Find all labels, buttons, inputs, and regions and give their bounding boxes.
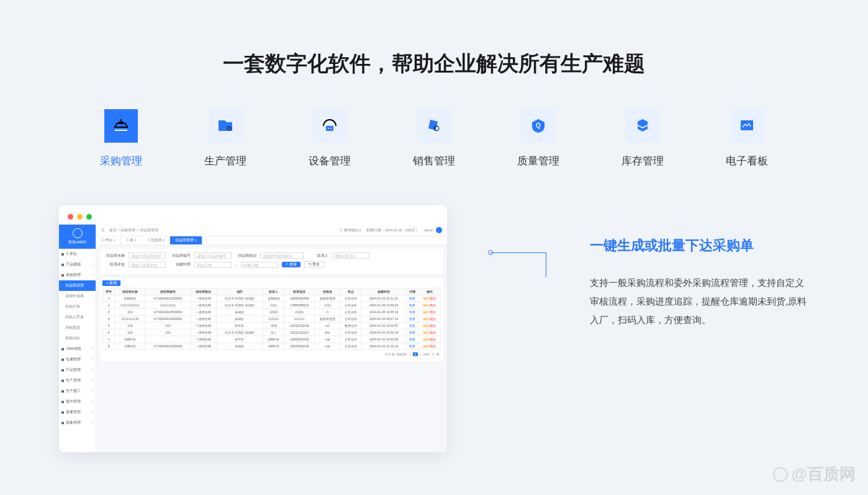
edit-link[interactable]: 编辑 (423, 310, 429, 314)
delete-link[interactable]: 删除 (430, 331, 436, 334)
chevron-icon: ˅ (91, 274, 93, 277)
edit-link[interactable]: 编辑 (423, 337, 429, 341)
chevron-icon: ˃ (91, 368, 93, 372)
menu-icon (61, 411, 64, 414)
tab-label: 电子看板 (726, 154, 768, 168)
new-button[interactable]: + 新增 (102, 280, 120, 286)
tab-3[interactable]: 销售管理 (413, 109, 455, 168)
tab-2[interactable]: 设备管理 (309, 109, 351, 168)
chevron-icon: ˃ (91, 379, 93, 383)
page-title: 一套数字化软件，帮助企业解决所有生产难题 (0, 0, 868, 109)
delete-link[interactable]: 删除 (430, 303, 436, 307)
sidebar-item-10[interactable]: 仓储管理˃ (59, 354, 96, 365)
menu-icon (61, 422, 64, 424)
sidebar-item-8[interactable]: 采购付款 (59, 333, 96, 344)
avatar (436, 227, 442, 233)
work-tab-2[interactable]: 工艺路线 × (142, 236, 171, 244)
sidebar-item-14[interactable]: 委外管理˃ (59, 396, 96, 407)
edit-link[interactable]: 编辑 (423, 344, 429, 348)
delete-link[interactable]: 删除 (430, 324, 436, 328)
table-row: 1金额测试GYS2024012300001一级供应商北京市-市辖区-东城区金额测… (103, 295, 441, 302)
end-date[interactable]: 结束日期 (241, 262, 278, 268)
feature-title: 一键生成或批量下达采购单 (590, 236, 809, 255)
sidebar-item-5[interactable]: 采购订单 (59, 301, 96, 312)
view-link[interactable]: 查看 (409, 317, 415, 321)
delete-link[interactable]: 删除 (430, 317, 436, 321)
sidebar-item-2[interactable]: 采购管理˅ (59, 270, 96, 280)
sidebar-item-9[interactable]: CRM销售˃ (59, 344, 96, 354)
paw-icon (773, 467, 788, 482)
sidebar-item-6[interactable]: 采购入库单 (59, 312, 96, 323)
sidebar-item-16[interactable]: 设备管理˃ (59, 417, 96, 428)
tab-label: 生产管理 (204, 154, 246, 168)
work-tab-3[interactable]: 供应商管理 × (170, 236, 202, 244)
work-tab-0[interactable]: 工作台 × (96, 236, 121, 244)
delete-link[interactable]: 删除 (430, 297, 436, 300)
tab-0[interactable]: 采购管理 (100, 109, 142, 168)
menu-icon (61, 390, 64, 393)
menu-icon (61, 264, 64, 266)
sidebar-item-11[interactable]: 产品管理˃ (59, 365, 96, 375)
view-link[interactable]: 查看 (409, 303, 415, 307)
tab-icon (417, 109, 451, 143)
expire-info: 到期日期：2024-10-20（265天） (366, 228, 419, 233)
col-header: 操作 (418, 288, 441, 295)
sidebar-item-1[interactable]: 产品溯源˃ (59, 259, 96, 270)
sidebar-item-4[interactable]: 采购申请单 (59, 291, 96, 301)
chevron-icon: ˃ (91, 347, 93, 351)
edit-link[interactable]: 编辑 (423, 303, 429, 307)
delete-link[interactable]: 删除 (430, 344, 436, 348)
sidebar-item-12[interactable]: 生产管理˃ (59, 375, 96, 386)
search-button[interactable]: ⦾ 搜索 (282, 262, 301, 267)
col-header: 序号 (103, 288, 115, 295)
sidebar-item-15[interactable]: 质量管理˃ (59, 407, 96, 417)
channel-input[interactable]: 请输入联系渠道 (129, 262, 166, 268)
tab-1[interactable]: 生产管理 (204, 109, 246, 168)
start-date[interactable]: 开始日期 (194, 262, 232, 268)
supplier-name-input[interactable]: 请输入供应商名称 (129, 252, 166, 259)
edit-link[interactable]: 编辑 (423, 331, 429, 334)
chevron-icon: ˃ (91, 390, 93, 393)
work-tab-1[interactable]: 工单 × (121, 236, 142, 244)
menu-icon[interactable]: ☰ (101, 228, 104, 232)
delete-link[interactable]: 删除 (430, 310, 436, 314)
user-menu[interactable]: admin (424, 227, 442, 233)
app-screenshot: 智造eMES 工作台产品溯源˃采购管理˅供应商管理采购申请单采购订单采购入库单采… (59, 205, 447, 452)
edit-link[interactable]: 编辑 (423, 297, 429, 300)
sidebar-item-0[interactable]: 工作台 (59, 249, 96, 259)
reset-button[interactable]: ↻ 重置 (304, 261, 325, 268)
edit-link[interactable]: 编辑 (423, 324, 429, 328)
mac-window-dots (59, 214, 447, 225)
app-brand: 智造eMES (59, 239, 96, 245)
supplier-code-input[interactable]: 请输入供应商编号 (194, 252, 232, 259)
col-header: 状态 (340, 288, 361, 295)
table-row: 81989-01GYS2024010200002一级供应商东城区1989-011… (103, 343, 441, 350)
contact-input[interactable]: 请输入联系人 (332, 252, 369, 259)
tab-5[interactable]: 库存管理 (622, 109, 664, 168)
app-logo: 智造eMES (59, 225, 96, 249)
view-link[interactable]: 查看 (409, 310, 415, 314)
tab-icon (626, 109, 659, 143)
tab-6[interactable]: 电子看板 (726, 109, 768, 168)
svg-text:Q: Q (536, 122, 541, 129)
tab-4[interactable]: Q质量管理 (517, 109, 559, 168)
sidebar-item-3[interactable]: 供应商管理 (59, 280, 96, 291)
breadcrumb: 首页 > 采购管理 > 供应商管理 (109, 228, 335, 233)
col-header: 地区 (216, 288, 263, 295)
view-link[interactable]: 查看 (409, 337, 415, 341)
edit-link[interactable]: 编辑 (423, 317, 429, 321)
sidebar-item-13[interactable]: 生产报工˃ (59, 386, 96, 396)
col-header: 联系电话 (284, 288, 314, 295)
view-link[interactable]: 查看 (409, 331, 415, 334)
view-link[interactable]: 查看 (409, 297, 415, 300)
view-link[interactable]: 查看 (409, 324, 415, 328)
sidebar-item-7[interactable]: 采购退货 (59, 323, 96, 333)
tab-icon (209, 109, 242, 143)
app-sidebar: 智造eMES 工作台产品溯源˃采购管理˅供应商管理采购申请单采购订单采购入库单采… (59, 225, 96, 452)
tab-icon (313, 109, 346, 143)
delete-link[interactable]: 删除 (430, 337, 436, 341)
supplier-table: 序号供应商名称供应商编号供应商级别地区联系人联系电话采购员状态创建时间详情操作 … (102, 288, 441, 350)
supplier-level-select[interactable]: 请选择供应商级别 (260, 252, 304, 259)
view-link[interactable]: 查看 (409, 344, 415, 348)
svg-point-3 (330, 128, 332, 129)
